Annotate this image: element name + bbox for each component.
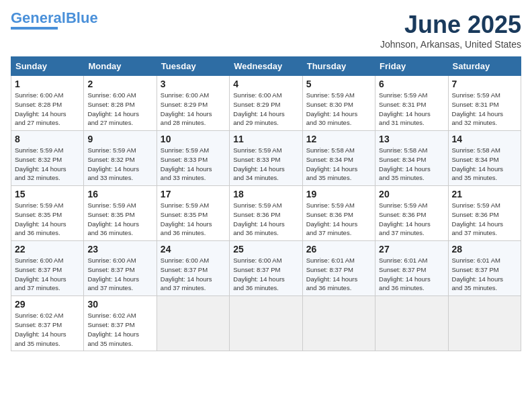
calendar-cell <box>302 296 375 351</box>
calendar-cell: 17 Sunrise: 5:59 AMSunset: 8:35 PMDaylig… <box>157 186 229 241</box>
calendar-cell: 5 Sunrise: 5:59 AMSunset: 8:30 PMDayligh… <box>302 76 375 131</box>
calendar-week-row: 15 Sunrise: 5:59 AMSunset: 8:35 PMDaylig… <box>11 186 521 241</box>
day-info: Sunrise: 5:59 AMSunset: 8:35 PMDaylight:… <box>87 201 139 236</box>
calendar-cell: 15 Sunrise: 5:59 AMSunset: 8:35 PMDaylig… <box>11 186 84 241</box>
day-info: Sunrise: 6:00 AMSunset: 8:37 PMDaylight:… <box>161 257 212 291</box>
day-number: 10 <box>161 134 226 144</box>
day-number: 2 <box>87 79 152 89</box>
calendar-cell: 26 Sunrise: 6:01 AMSunset: 8:37 PMDaylig… <box>302 241 375 296</box>
calendar-cell: 25 Sunrise: 6:00 AMSunset: 8:37 PMDaylig… <box>230 241 302 296</box>
day-number: 3 <box>161 79 226 89</box>
calendar-cell: 2 Sunrise: 6:00 AMSunset: 8:28 PMDayligh… <box>84 76 157 131</box>
day-number: 20 <box>379 189 444 199</box>
calendar-header-row: SundayMondayTuesdayWednesdayThursdayFrid… <box>11 57 521 76</box>
day-number: 14 <box>452 134 517 144</box>
calendar-cell: 1 Sunrise: 6:00 AMSunset: 8:28 PMDayligh… <box>11 76 84 131</box>
day-number: 27 <box>379 244 444 255</box>
day-number: 6 <box>379 79 444 89</box>
calendar-body: 1 Sunrise: 6:00 AMSunset: 8:28 PMDayligh… <box>11 76 521 351</box>
calendar-week-row: 29 Sunrise: 6:02 AMSunset: 8:37 PMDaylig… <box>11 296 521 351</box>
day-info: Sunrise: 6:02 AMSunset: 8:37 PMDaylight:… <box>15 312 66 347</box>
day-number: 28 <box>452 244 517 255</box>
day-info: Sunrise: 5:59 AMSunset: 8:36 PMDaylight:… <box>452 201 504 236</box>
calendar-cell: 7 Sunrise: 5:59 AMSunset: 8:31 PMDayligh… <box>448 76 521 131</box>
day-info: Sunrise: 5:58 AMSunset: 8:34 PMDaylight:… <box>379 146 431 181</box>
day-info: Sunrise: 6:00 AMSunset: 8:37 PMDaylight:… <box>233 257 285 291</box>
day-info: Sunrise: 5:58 AMSunset: 8:34 PMDaylight:… <box>306 146 358 181</box>
calendar-cell: 3 Sunrise: 6:00 AMSunset: 8:29 PMDayligh… <box>157 76 229 131</box>
calendar-cell: 29 Sunrise: 6:02 AMSunset: 8:37 PMDaylig… <box>11 296 84 351</box>
calendar-cell <box>157 296 229 351</box>
day-number: 30 <box>87 299 152 310</box>
day-info: Sunrise: 5:59 AMSunset: 8:35 PMDaylight:… <box>161 201 212 236</box>
weekday-header-monday: Monday <box>84 57 157 76</box>
day-info: Sunrise: 6:00 AMSunset: 8:28 PMDaylight:… <box>87 91 139 126</box>
day-info: Sunrise: 5:59 AMSunset: 8:35 PMDaylight:… <box>15 201 66 236</box>
day-info: Sunrise: 5:59 AMSunset: 8:36 PMDaylight:… <box>306 201 358 236</box>
day-number: 25 <box>233 244 298 255</box>
day-number: 9 <box>87 134 152 144</box>
day-info: Sunrise: 5:59 AMSunset: 8:36 PMDaylight:… <box>233 201 285 236</box>
day-info: Sunrise: 6:01 AMSunset: 8:37 PMDaylight:… <box>306 257 358 291</box>
day-number: 29 <box>15 299 80 310</box>
day-number: 24 <box>161 244 226 255</box>
day-info: Sunrise: 6:02 AMSunset: 8:37 PMDaylight:… <box>87 312 139 347</box>
calendar-cell: 6 Sunrise: 5:59 AMSunset: 8:31 PMDayligh… <box>375 76 448 131</box>
calendar-cell: 18 Sunrise: 5:59 AMSunset: 8:36 PMDaylig… <box>230 186 302 241</box>
day-info: Sunrise: 5:59 AMSunset: 8:33 PMDaylight:… <box>161 146 212 181</box>
logo-general: General <box>11 9 66 26</box>
calendar-cell: 4 Sunrise: 6:00 AMSunset: 8:29 PMDayligh… <box>230 76 302 131</box>
calendar-cell: 12 Sunrise: 5:58 AMSunset: 8:34 PMDaylig… <box>302 131 375 186</box>
calendar-cell <box>230 296 302 351</box>
calendar-cell: 14 Sunrise: 5:58 AMSunset: 8:34 PMDaylig… <box>448 131 521 186</box>
logo: GeneralBlue <box>11 11 98 30</box>
day-number: 15 <box>15 189 80 199</box>
calendar-cell: 28 Sunrise: 6:01 AMSunset: 8:37 PMDaylig… <box>448 241 521 296</box>
weekday-header-wednesday: Wednesday <box>230 57 302 76</box>
day-number: 11 <box>233 134 298 144</box>
calendar-cell: 10 Sunrise: 5:59 AMSunset: 8:33 PMDaylig… <box>157 131 229 186</box>
calendar-cell: 21 Sunrise: 5:59 AMSunset: 8:36 PMDaylig… <box>448 186 521 241</box>
day-info: Sunrise: 5:59 AMSunset: 8:33 PMDaylight:… <box>233 146 285 181</box>
day-number: 19 <box>306 189 371 199</box>
day-info: Sunrise: 5:59 AMSunset: 8:36 PMDaylight:… <box>379 201 431 236</box>
calendar-table: SundayMondayTuesdayWednesdayThursdayFrid… <box>11 56 521 351</box>
calendar-cell: 23 Sunrise: 6:00 AMSunset: 8:37 PMDaylig… <box>84 241 157 296</box>
day-info: Sunrise: 5:59 AMSunset: 8:32 PMDaylight:… <box>87 146 139 181</box>
day-info: Sunrise: 5:59 AMSunset: 8:32 PMDaylight:… <box>15 146 66 181</box>
calendar-cell: 24 Sunrise: 6:00 AMSunset: 8:37 PMDaylig… <box>157 241 229 296</box>
day-number: 23 <box>87 244 152 255</box>
calendar-week-row: 22 Sunrise: 6:00 AMSunset: 8:37 PMDaylig… <box>11 241 521 296</box>
location-subtitle: Johnson, Arkansas, United States <box>380 39 521 50</box>
day-info: Sunrise: 6:00 AMSunset: 8:29 PMDaylight:… <box>161 91 212 126</box>
title-area: June 2025 Johnson, Arkansas, United Stat… <box>380 11 521 50</box>
day-number: 21 <box>452 189 517 199</box>
day-number: 1 <box>15 79 80 89</box>
calendar-cell <box>448 296 521 351</box>
day-number: 16 <box>87 189 152 199</box>
calendar-cell: 19 Sunrise: 5:59 AMSunset: 8:36 PMDaylig… <box>302 186 375 241</box>
day-number: 13 <box>379 134 444 144</box>
calendar-week-row: 1 Sunrise: 6:00 AMSunset: 8:28 PMDayligh… <box>11 76 521 131</box>
calendar-cell: 27 Sunrise: 6:01 AMSunset: 8:37 PMDaylig… <box>375 241 448 296</box>
day-info: Sunrise: 6:00 AMSunset: 8:37 PMDaylight:… <box>87 257 139 291</box>
day-info: Sunrise: 6:00 AMSunset: 8:28 PMDaylight:… <box>15 91 66 126</box>
calendar-cell: 13 Sunrise: 5:58 AMSunset: 8:34 PMDaylig… <box>375 131 448 186</box>
day-number: 8 <box>15 134 80 144</box>
weekday-header-sunday: Sunday <box>11 57 84 76</box>
day-info: Sunrise: 5:59 AMSunset: 8:30 PMDaylight:… <box>306 91 358 126</box>
month-title: June 2025 <box>380 11 521 39</box>
day-number: 5 <box>306 79 371 89</box>
calendar-cell: 20 Sunrise: 5:59 AMSunset: 8:36 PMDaylig… <box>375 186 448 241</box>
day-number: 7 <box>452 79 517 89</box>
day-number: 26 <box>306 244 371 255</box>
calendar-cell: 30 Sunrise: 6:02 AMSunset: 8:37 PMDaylig… <box>84 296 157 351</box>
day-number: 12 <box>306 134 371 144</box>
day-info: Sunrise: 6:00 AMSunset: 8:37 PMDaylight:… <box>15 257 66 291</box>
day-number: 18 <box>233 189 298 199</box>
calendar-cell: 16 Sunrise: 5:59 AMSunset: 8:35 PMDaylig… <box>84 186 157 241</box>
header: GeneralBlue June 2025 Johnson, Arkansas,… <box>11 11 521 50</box>
weekday-header-friday: Friday <box>375 57 448 76</box>
weekday-header-saturday: Saturday <box>448 57 521 76</box>
logo-underline <box>11 27 58 30</box>
